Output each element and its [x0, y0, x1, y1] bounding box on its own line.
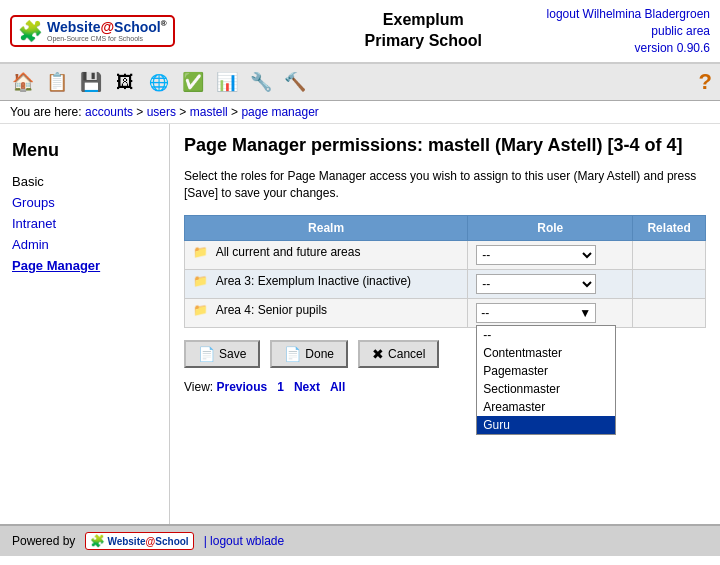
breadcrumb-prefix: You are here:: [10, 105, 82, 119]
breadcrumb: You are here: accounts > users > mastell…: [0, 101, 720, 124]
button-row: 📄 Save 📄 Done ✖ Cancel: [184, 340, 706, 368]
save-icon: 📄: [198, 346, 215, 362]
footer-logout-link[interactable]: | logout wblade: [204, 534, 285, 548]
realm-folder-icon: 📁: [193, 303, 208, 317]
previous-link[interactable]: Previous: [216, 380, 267, 394]
dropdown-option-areamaster[interactable]: Areamaster: [477, 398, 615, 416]
logo-puzzle-icon: 🧩: [18, 19, 43, 43]
help-icon[interactable]: ?: [699, 69, 712, 95]
sidebar-item-page-manager[interactable]: Page Manager: [0, 255, 169, 276]
toolbar-settings-icon[interactable]: 🔨: [280, 68, 310, 96]
area-label: public area: [651, 24, 710, 38]
realm-cell: 📁 Area 4: Senior pupils: [185, 299, 468, 328]
col-related: Related: [633, 216, 706, 241]
toolbar-pages-icon[interactable]: 📋: [42, 68, 72, 96]
save-button[interactable]: 📄 Save: [184, 340, 260, 368]
user-info: logout Wilhelmina Bladergroen public are…: [547, 6, 710, 56]
sidebar-title: Menu: [0, 134, 169, 171]
dropdown-option-dash[interactable]: --: [477, 326, 615, 344]
related-cell: [633, 270, 706, 299]
toolbar-image-icon[interactable]: 🖼: [110, 68, 140, 96]
toolbar-save-icon[interactable]: 💾: [76, 68, 106, 96]
role-select-2[interactable]: -- Contentmaster Pagemaster Sectionmaste…: [476, 274, 596, 294]
dropdown-display[interactable]: -- ▼: [476, 303, 596, 323]
powered-by-text: Powered by: [12, 534, 75, 548]
realm-label: Area 4: Senior pupils: [216, 303, 327, 317]
related-cell: [633, 241, 706, 270]
toolbar-icons: 🏠 📋 💾 🖼 🌐 ✅ 📊 🔧 🔨: [8, 68, 310, 96]
role-cell: -- Contentmaster Pagemaster Sectionmaste…: [468, 270, 633, 299]
logout-link[interactable]: logout Wilhelmina Bladergroen: [547, 7, 710, 21]
dropdown-list: -- Contentmaster Pagemaster Sectionmaste…: [476, 325, 616, 435]
view-prefix: View:: [184, 380, 213, 394]
description: Select the roles for Page Manager access…: [184, 168, 706, 202]
realm-cell: 📁 All current and future areas: [185, 241, 468, 270]
done-icon: 📄: [284, 346, 301, 362]
breadcrumb-mastell[interactable]: mastell: [190, 105, 228, 119]
logo-text: Website@School® Open-Source CMS for Scho…: [47, 20, 167, 42]
save-label: Save: [219, 347, 246, 361]
logo-website-text: Website@School®: [47, 20, 167, 34]
done-label: Done: [305, 347, 334, 361]
toolbar-tools-icon[interactable]: 🔧: [246, 68, 276, 96]
done-button[interactable]: 📄 Done: [270, 340, 348, 368]
page-num-link[interactable]: 1: [277, 380, 284, 394]
dropdown-current-value: --: [481, 306, 489, 320]
role-cell: -- Contentmaster Pagemaster Sectionmaste…: [468, 241, 633, 270]
col-realm: Realm: [185, 216, 468, 241]
table-row: 📁 Area 4: Senior pupils -- ▼ -- Contentm…: [185, 299, 706, 328]
cancel-label: Cancel: [388, 347, 425, 361]
realm-label: Area 3: Exemplum Inactive (inactive): [216, 274, 411, 288]
dropdown-option-contentmaster[interactable]: Contentmaster: [477, 344, 615, 362]
role-cell-open: -- ▼ -- Contentmaster Pagemaster Section…: [468, 299, 633, 328]
header: 🧩 Website@School® Open-Source CMS for Sc…: [0, 0, 720, 64]
cancel-button[interactable]: ✖ Cancel: [358, 340, 439, 368]
logo-area: 🧩 Website@School® Open-Source CMS for Sc…: [10, 15, 300, 47]
permissions-table: Realm Role Related 📁 All current and fut…: [184, 215, 706, 328]
logo-tagline: Open-Source CMS for Schools: [47, 35, 167, 42]
realm-cell: 📁 Area 3: Exemplum Inactive (inactive): [185, 270, 468, 299]
breadcrumb-accounts[interactable]: accounts: [85, 105, 133, 119]
main: Menu Basic Groups Intranet Admin Page Ma…: [0, 124, 720, 524]
related-cell: [633, 299, 706, 328]
page-title: Page Manager permissions: mastell (Mary …: [184, 134, 706, 157]
logo: 🧩 Website@School® Open-Source CMS for Sc…: [10, 15, 175, 47]
school-name: Exemplum Primary School: [300, 10, 547, 52]
sidebar: Menu Basic Groups Intranet Admin Page Ma…: [0, 124, 170, 524]
content: Page Manager permissions: mastell (Mary …: [170, 124, 720, 524]
toolbar-check-icon[interactable]: ✅: [178, 68, 208, 96]
version-label: version 0.90.6: [635, 41, 710, 55]
col-role: Role: [468, 216, 633, 241]
dropdown-option-guru[interactable]: Guru: [477, 416, 615, 434]
dropdown-arrow-icon: ▼: [579, 306, 591, 320]
realm-folder-icon: 📁: [193, 274, 208, 288]
breadcrumb-users[interactable]: users: [147, 105, 176, 119]
table-row: 📁 Area 3: Exemplum Inactive (inactive) -…: [185, 270, 706, 299]
cancel-icon: ✖: [372, 346, 384, 362]
footer: Powered by 🧩 Website@School | logout wbl…: [0, 524, 720, 556]
sidebar-item-admin[interactable]: Admin: [0, 234, 169, 255]
role-select-1[interactable]: -- Contentmaster Pagemaster Sectionmaste…: [476, 245, 596, 265]
realm-folder-icon: 📁: [193, 245, 208, 259]
toolbar: 🏠 📋 💾 🖼 🌐 ✅ 📊 🔧 🔨 ?: [0, 64, 720, 101]
sidebar-item-basic[interactable]: Basic: [0, 171, 169, 192]
sidebar-item-intranet[interactable]: Intranet: [0, 213, 169, 234]
realm-label: All current and future areas: [216, 245, 361, 259]
breadcrumb-page-manager[interactable]: page manager: [241, 105, 318, 119]
view-nav: View: Previous 1 Next All: [184, 380, 706, 394]
dropdown-option-pagemaster[interactable]: Pagemaster: [477, 362, 615, 380]
sidebar-item-groups[interactable]: Groups: [0, 192, 169, 213]
all-link[interactable]: All: [330, 380, 345, 394]
toolbar-modules-icon[interactable]: 🌐: [144, 68, 174, 96]
toolbar-home-icon[interactable]: 🏠: [8, 68, 38, 96]
toolbar-stats-icon[interactable]: 📊: [212, 68, 242, 96]
footer-logo: 🧩 Website@School: [85, 532, 193, 550]
dropdown-wrapper: -- ▼ -- Contentmaster Pagemaster Section…: [476, 303, 624, 323]
table-row: 📁 All current and future areas -- Conten…: [185, 241, 706, 270]
next-link[interactable]: Next: [294, 380, 320, 394]
dropdown-option-sectionmaster[interactable]: Sectionmaster: [477, 380, 615, 398]
